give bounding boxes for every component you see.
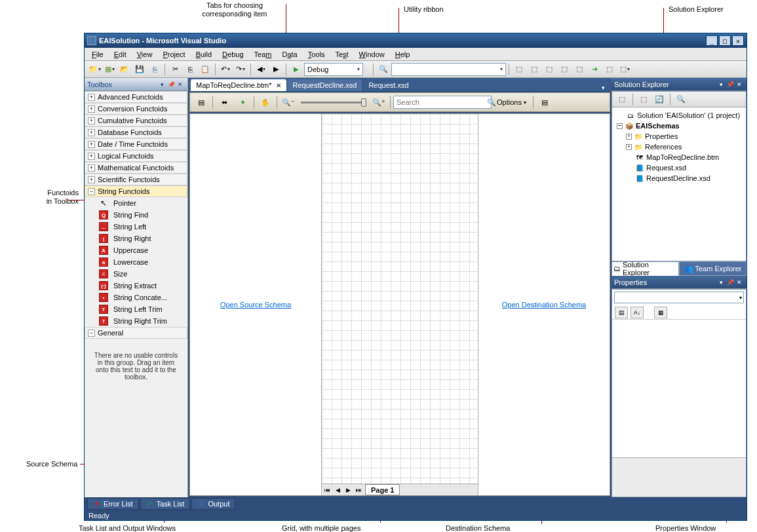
menu-help[interactable]: Help xyxy=(391,49,415,60)
pin-icon[interactable]: 📌 xyxy=(166,80,176,89)
page-first[interactable]: ⏮ xyxy=(322,485,332,495)
toolbox-category[interactable]: +Database Functoids xyxy=(85,126,187,138)
close-icon[interactable]: ✕ xyxy=(735,80,744,89)
menu-project[interactable]: Project xyxy=(158,49,189,60)
copy-button[interactable]: ⎘ xyxy=(183,62,197,77)
page-prev[interactable]: ◀ xyxy=(332,485,343,495)
find-button[interactable]: 🔍 xyxy=(376,62,391,77)
tree-node[interactable]: +📁References xyxy=(615,142,743,152)
close-icon[interactable]: ✕ xyxy=(176,80,185,89)
toolbox-item[interactable]: ↖Pointer xyxy=(85,197,187,209)
zoom-in-button[interactable]: 🔍⁺ xyxy=(370,94,387,110)
toolbox-item[interactable]: ≡Size xyxy=(85,268,187,280)
menu-debug[interactable]: Debug xyxy=(218,49,248,60)
paste-button[interactable]: 📋 xyxy=(198,62,212,77)
page-next[interactable]: ▶ xyxy=(343,485,353,495)
titlebar[interactable]: EAISolution - Microsoft Visual Studio _ … xyxy=(85,33,747,48)
toolbox-item[interactable]: (·)String Extract xyxy=(85,280,187,292)
tb-icon-4[interactable]: ⬚ xyxy=(557,62,572,77)
open-dest-link[interactable]: Open Destination Schema xyxy=(502,301,586,309)
prop-alpha[interactable]: A↓ xyxy=(631,307,644,318)
open-source-link[interactable]: Open Source Schema xyxy=(220,301,291,309)
toolbox-item[interactable]: (String Right xyxy=(85,233,187,244)
pin-icon[interactable]: 📌 xyxy=(726,80,735,89)
menu-view[interactable]: View xyxy=(132,49,157,60)
ribbon-tree-button[interactable]: ▤ xyxy=(193,94,210,110)
doc-tab-2[interactable]: RequestDecline.xsd xyxy=(288,79,362,91)
properties-grid[interactable] xyxy=(612,320,746,457)
doc-tab-1[interactable]: MapToReqDecline.btm*✕ xyxy=(191,79,286,91)
tab-output[interactable]: ≣Output xyxy=(191,498,235,510)
toolbox-category[interactable]: +Date / Time Functoids xyxy=(85,138,187,150)
prop-categorized[interactable]: ▤ xyxy=(615,307,628,318)
toolbox-category-general[interactable]: −General xyxy=(85,327,187,339)
tree-node[interactable]: −📦EAISchemas xyxy=(615,121,743,131)
doc-tab-3[interactable]: Request.xsd xyxy=(363,79,414,91)
toolbox-item[interactable]: QString Find xyxy=(85,209,187,221)
nav-fwd-button[interactable]: ▶ xyxy=(269,62,283,77)
pin-icon[interactable]: 📌 xyxy=(726,278,735,287)
page-last[interactable]: ⏭ xyxy=(353,485,364,495)
tree-node[interactable]: 📘Request.xsd xyxy=(615,162,743,173)
tree-node[interactable]: +📁Properties xyxy=(615,131,743,142)
dropdown-icon[interactable]: ▾ xyxy=(716,80,726,89)
menu-test[interactable]: Test xyxy=(330,49,353,60)
tab-task-list[interactable]: ✔Task List xyxy=(140,498,191,510)
toolbox-category[interactable]: +Advanced Functoids xyxy=(85,91,187,103)
solexp-btn-1[interactable]: ⬚ xyxy=(615,92,629,107)
menu-tools[interactable]: Tools xyxy=(303,49,330,60)
solexp-btn-2[interactable]: ⬚ xyxy=(636,92,651,107)
toolbox-item[interactable]: TString Left Trim xyxy=(85,303,187,315)
dropdown-icon[interactable]: ▾ xyxy=(716,278,726,287)
minimize-button[interactable]: _ xyxy=(706,35,718,46)
menu-edit[interactable]: Edit xyxy=(109,49,131,60)
toolbox-category[interactable]: +Logical Functoids xyxy=(85,150,187,162)
zoom-out-button[interactable]: 🔍⁻ xyxy=(280,94,297,110)
solexp-refresh[interactable]: 🔄 xyxy=(652,92,667,107)
dropdown-icon[interactable]: ▾ xyxy=(157,80,166,89)
search-input[interactable] xyxy=(397,98,487,106)
tree-node[interactable]: 📘RequestDecline.xsd xyxy=(615,173,743,183)
add-item-button[interactable]: ▦▾ xyxy=(102,62,117,77)
properties-header[interactable]: Properties ▾ 📌 ✕ xyxy=(611,276,747,289)
ribbon-options[interactable]: Options▾ xyxy=(493,96,530,109)
tree-node[interactable]: 🗂Solution 'EAISolution' (1 project) xyxy=(615,110,743,121)
toolbox-category[interactable]: −String Functoids xyxy=(85,185,187,197)
properties-object-combo[interactable]: ▾ xyxy=(614,292,744,303)
config-combo[interactable]: Debug▾ xyxy=(304,63,363,76)
solexp-btn-3[interactable]: 🔍 xyxy=(674,92,688,107)
toolbox-item[interactable]: AUppercase xyxy=(85,244,187,256)
nav-back-button[interactable]: ◀▾ xyxy=(254,62,268,77)
solexp-header[interactable]: Solution Explorer ▾ 📌 ✕ xyxy=(611,78,747,91)
tb-icon-8[interactable]: ⬚▾ xyxy=(617,62,632,77)
tab-solution-explorer[interactable]: 🗂Solution Explorer xyxy=(611,261,679,276)
maximize-button[interactable]: □ xyxy=(719,35,731,46)
prop-pages[interactable]: ▦ xyxy=(654,307,667,318)
open-button[interactable]: 📂 xyxy=(117,62,132,77)
tab-error-list[interactable]: ✖Error List xyxy=(87,498,139,510)
redo-button[interactable]: ↷▾ xyxy=(233,62,248,77)
toolbox-item[interactable]: aLowercase xyxy=(85,256,187,268)
toolbox-category[interactable]: +Cumulative Functoids xyxy=(85,115,187,126)
toolbox-item[interactable]: TString Right Trim xyxy=(85,315,187,327)
tb-icon-3[interactable]: ⬚ xyxy=(542,62,556,77)
ribbon-pan-button[interactable]: ✋ xyxy=(257,94,274,110)
menu-data[interactable]: Data xyxy=(277,49,301,60)
tb-icon-7[interactable]: ⬚ xyxy=(602,62,617,77)
save-button[interactable]: 💾 xyxy=(132,62,147,77)
toolbox-item[interactable]: …String Left xyxy=(85,221,187,233)
toolbox-item[interactable]: •String Concate... xyxy=(85,292,187,303)
toolbox-category[interactable]: +Mathematical Functoids xyxy=(85,162,187,174)
tab-menu-button[interactable]: ▾ xyxy=(598,85,609,91)
ribbon-end-button[interactable]: ▤ xyxy=(536,94,553,110)
tb-icon-1[interactable]: ⬚ xyxy=(512,62,526,77)
menu-build[interactable]: Build xyxy=(191,49,216,60)
menu-window[interactable]: Window xyxy=(355,49,389,60)
zoom-slider[interactable] xyxy=(301,102,366,104)
toolbox-header[interactable]: Toolbox ▾ 📌 ✕ xyxy=(85,78,187,91)
menu-team[interactable]: Team xyxy=(250,49,277,60)
toolbox-category[interactable]: +Scientific Functoids xyxy=(85,174,187,185)
page-tab[interactable]: Page 1 xyxy=(365,484,400,495)
start-button[interactable]: ▶ xyxy=(289,62,303,77)
close-icon[interactable]: ✕ xyxy=(735,278,744,287)
